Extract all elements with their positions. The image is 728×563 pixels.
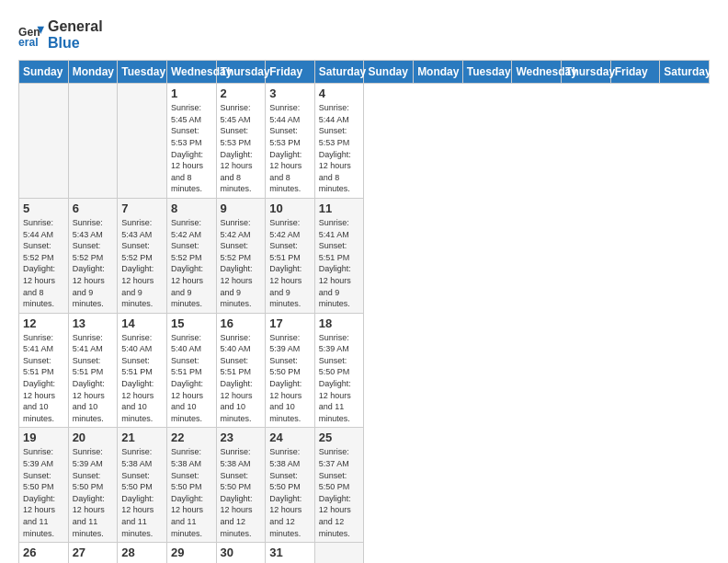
day-number: 29 [171,546,212,559]
calendar-cell: 29Sunrise: 5:37 AMSunset: 5:50 PMDayligh… [166,543,216,563]
day-number: 23 [221,431,262,444]
calendar-week-5: 26Sunrise: 5:37 AMSunset: 5:50 PMDayligh… [19,543,710,563]
day-info: Sunrise: 5:41 AMSunset: 5:51 PMDaylight:… [319,217,360,310]
calendar-cell: 1Sunrise: 5:45 AMSunset: 5:53 PMDaylight… [166,84,216,199]
day-info: Sunrise: 5:44 AMSunset: 5:53 PMDaylight:… [269,102,311,195]
day-info: Sunrise: 5:40 AMSunset: 5:51 PMDaylight:… [171,332,212,425]
calendar-cell [314,543,364,563]
page-header: Gen eral General Blue [18,18,710,51]
col-header-sunday: Sunday [19,61,69,84]
calendar-cell: 20Sunrise: 5:39 AMSunset: 5:50 PMDayligh… [68,428,118,543]
day-info: Sunrise: 5:45 AMSunset: 5:53 PMDaylight:… [221,102,262,195]
col-header-monday: Monday [68,61,118,84]
day-info: Sunrise: 5:39 AMSunset: 5:50 PMDaylight:… [319,332,360,425]
day-number: 22 [171,431,212,444]
calendar-cell: 30Sunrise: 5:37 AMSunset: 5:50 PMDayligh… [216,543,266,563]
day-number: 14 [121,316,163,330]
day-number: 30 [221,546,262,559]
calendar-cell: 9Sunrise: 5:42 AMSunset: 5:52 PMDaylight… [216,198,266,313]
day-number: 3 [269,86,311,100]
col-header-monday: Monday [414,61,463,84]
day-number: 9 [221,201,262,215]
calendar-cell: 11Sunrise: 5:41 AMSunset: 5:51 PMDayligh… [314,198,364,313]
day-number: 2 [221,86,262,100]
calendar-cell: 21Sunrise: 5:38 AMSunset: 5:50 PMDayligh… [118,428,167,543]
day-info: Sunrise: 5:44 AMSunset: 5:52 PMDaylight:… [23,217,64,310]
calendar-week-1: 1Sunrise: 5:45 AMSunset: 5:53 PMDaylight… [19,84,710,199]
calendar-cell: 28Sunrise: 5:37 AMSunset: 5:50 PMDayligh… [118,543,167,563]
day-number: 16 [221,316,262,330]
day-info: Sunrise: 5:39 AMSunset: 5:50 PMDaylight:… [23,446,64,539]
col-header-wednesday: Wednesday [512,61,562,84]
day-info: Sunrise: 5:42 AMSunset: 5:52 PMDaylight:… [171,217,212,310]
col-header-saturday: Saturday [314,61,364,84]
day-number: 6 [73,201,114,215]
day-number: 8 [171,201,212,215]
day-number: 10 [269,201,311,215]
day-number: 4 [319,86,360,100]
day-info: Sunrise: 5:39 AMSunset: 5:50 PMDaylight:… [73,446,114,539]
day-info: Sunrise: 5:41 AMSunset: 5:51 PMDaylight:… [23,332,64,425]
col-header-tuesday: Tuesday [462,61,512,84]
calendar-week-3: 12Sunrise: 5:41 AMSunset: 5:51 PMDayligh… [19,313,710,428]
day-number: 1 [171,86,212,100]
calendar-header-row: SundayMondayTuesdayWednesdayThursdayFrid… [19,61,710,84]
calendar-cell: 26Sunrise: 5:37 AMSunset: 5:50 PMDayligh… [19,543,69,563]
calendar-cell [19,84,69,199]
day-info: Sunrise: 5:44 AMSunset: 5:53 PMDaylight:… [319,102,360,195]
day-info: Sunrise: 5:43 AMSunset: 5:52 PMDaylight:… [121,217,163,310]
day-number: 5 [23,201,64,215]
day-number: 13 [73,316,114,330]
calendar-cell: 31Sunrise: 5:36 AMSunset: 5:50 PMDayligh… [266,543,315,563]
calendar-cell: 8Sunrise: 5:42 AMSunset: 5:52 PMDaylight… [166,198,216,313]
calendar-cell: 18Sunrise: 5:39 AMSunset: 5:50 PMDayligh… [314,313,364,428]
calendar-cell: 16Sunrise: 5:40 AMSunset: 5:51 PMDayligh… [216,313,266,428]
day-info: Sunrise: 5:41 AMSunset: 5:51 PMDaylight:… [73,332,114,425]
col-header-thursday: Thursday [562,61,611,84]
day-number: 25 [319,431,360,444]
logo-icon: Gen eral [18,22,44,48]
col-header-sunday: Sunday [364,61,414,84]
col-header-thursday: Thursday [216,61,266,84]
col-header-saturday: Saturday [660,61,710,84]
day-info: Sunrise: 5:39 AMSunset: 5:50 PMDaylight:… [269,332,311,425]
day-number: 12 [23,316,64,330]
logo: Gen eral General Blue [18,18,103,51]
calendar-cell: 2Sunrise: 5:45 AMSunset: 5:53 PMDaylight… [216,84,266,199]
calendar-cell: 7Sunrise: 5:43 AMSunset: 5:52 PMDaylight… [118,198,167,313]
day-number: 21 [121,431,163,444]
calendar-week-4: 19Sunrise: 5:39 AMSunset: 5:50 PMDayligh… [19,428,710,543]
calendar-cell: 12Sunrise: 5:41 AMSunset: 5:51 PMDayligh… [19,313,69,428]
calendar-cell: 14Sunrise: 5:40 AMSunset: 5:51 PMDayligh… [118,313,167,428]
calendar-cell: 5Sunrise: 5:44 AMSunset: 5:52 PMDaylight… [19,198,69,313]
day-info: Sunrise: 5:38 AMSunset: 5:50 PMDaylight:… [171,446,212,539]
calendar-table: SundayMondayTuesdayWednesdayThursdayFrid… [18,60,710,563]
calendar-cell: 10Sunrise: 5:42 AMSunset: 5:51 PMDayligh… [266,198,315,313]
day-number: 24 [269,431,311,444]
day-info: Sunrise: 5:43 AMSunset: 5:52 PMDaylight:… [73,217,114,310]
day-info: Sunrise: 5:40 AMSunset: 5:51 PMDaylight:… [121,332,163,425]
calendar-cell: 15Sunrise: 5:40 AMSunset: 5:51 PMDayligh… [166,313,216,428]
day-info: Sunrise: 5:37 AMSunset: 5:50 PMDaylight:… [319,446,360,539]
calendar-cell [68,84,118,199]
day-info: Sunrise: 5:38 AMSunset: 5:50 PMDaylight:… [221,446,262,539]
col-header-friday: Friday [266,61,315,84]
calendar-cell: 22Sunrise: 5:38 AMSunset: 5:50 PMDayligh… [166,428,216,543]
svg-text:eral: eral [18,36,39,48]
day-info: Sunrise: 5:40 AMSunset: 5:51 PMDaylight:… [221,332,262,425]
calendar-cell [118,84,167,199]
calendar-cell: 6Sunrise: 5:43 AMSunset: 5:52 PMDaylight… [68,198,118,313]
day-number: 19 [23,431,64,444]
calendar-cell: 17Sunrise: 5:39 AMSunset: 5:50 PMDayligh… [266,313,315,428]
calendar-cell: 4Sunrise: 5:44 AMSunset: 5:53 PMDaylight… [314,84,364,199]
col-header-tuesday: Tuesday [118,61,167,84]
col-header-friday: Friday [610,61,660,84]
day-info: Sunrise: 5:42 AMSunset: 5:51 PMDaylight:… [269,217,311,310]
calendar-cell: 19Sunrise: 5:39 AMSunset: 5:50 PMDayligh… [19,428,69,543]
calendar-cell: 3Sunrise: 5:44 AMSunset: 5:53 PMDaylight… [266,84,315,199]
day-number: 27 [73,546,114,559]
day-info: Sunrise: 5:45 AMSunset: 5:53 PMDaylight:… [171,102,212,195]
calendar-cell: 13Sunrise: 5:41 AMSunset: 5:51 PMDayligh… [68,313,118,428]
day-info: Sunrise: 5:38 AMSunset: 5:50 PMDaylight:… [269,446,311,539]
day-info: Sunrise: 5:42 AMSunset: 5:52 PMDaylight:… [221,217,262,310]
